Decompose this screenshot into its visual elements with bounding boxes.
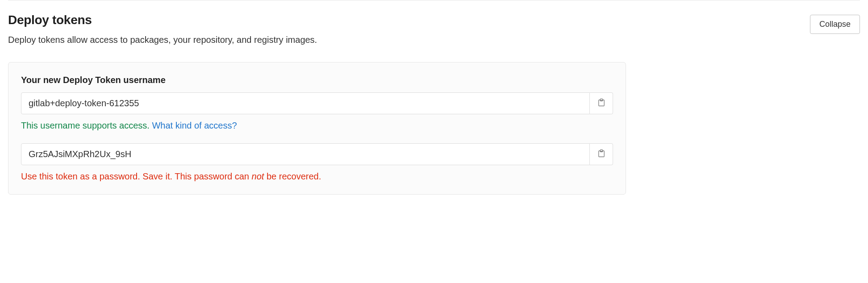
- token-helper: Use this token as a password. Save it. T…: [21, 171, 613, 182]
- username-helper-text: This username supports access.: [21, 121, 152, 130]
- username-input[interactable]: [21, 92, 590, 114]
- collapse-button[interactable]: Collapse: [810, 15, 860, 34]
- token-helper-em: not: [252, 171, 264, 181]
- access-info-link[interactable]: What kind of access?: [152, 121, 237, 130]
- token-input[interactable]: [21, 143, 590, 165]
- username-label: Your new Deploy Token username: [21, 75, 613, 85]
- clipboard-icon: [597, 99, 605, 108]
- section-description: Deploy tokens allow access to packages, …: [8, 33, 801, 46]
- section-title: Deploy tokens: [8, 13, 801, 27]
- username-input-group: [21, 92, 613, 114]
- section-divider: [8, 0, 860, 0]
- section-header: Deploy tokens Deploy tokens allow access…: [8, 13, 860, 46]
- username-helper: This username supports access. What kind…: [21, 121, 613, 131]
- token-helper-prefix: Use this token as a password. Save it. T…: [21, 171, 252, 181]
- deploy-token-card: Your new Deploy Token username This user…: [8, 62, 626, 195]
- copy-username-button[interactable]: [590, 92, 613, 114]
- clipboard-icon: [597, 150, 605, 159]
- token-helper-suffix: be recovered.: [264, 171, 321, 181]
- token-input-group: [21, 143, 613, 165]
- copy-token-button[interactable]: [590, 143, 613, 165]
